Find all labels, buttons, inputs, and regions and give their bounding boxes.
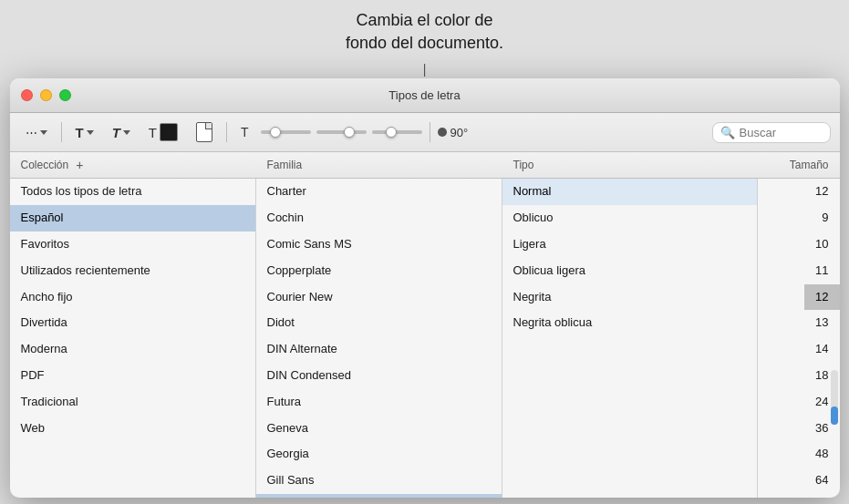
traffic-lights — [21, 89, 71, 101]
col-header-tamano: Tamaño — [758, 156, 840, 174]
tamano-item[interactable]: 9 — [811, 205, 839, 231]
slider-1[interactable] — [261, 130, 311, 134]
tamano-item[interactable]: 12 — [804, 179, 839, 205]
coleccion-item[interactable]: Favoritos — [10, 231, 255, 258]
column-headers: Colección + Familia Tipo Tamaño — [10, 152, 840, 179]
tamano-item[interactable]: 14 — [804, 336, 839, 363]
slider-group-3 — [372, 130, 422, 134]
font-family-button[interactable]: T — [69, 121, 100, 144]
coleccion-column: Todos los tipos de letraEspañolFavoritos… — [10, 179, 256, 498]
tamano-item[interactable]: 48 — [804, 441, 839, 468]
window-title: Tipos de letra — [388, 88, 460, 102]
coleccion-item[interactable]: Tradicional — [10, 389, 255, 416]
slider-group-2 — [316, 130, 367, 134]
font-style-button[interactable]: T — [106, 121, 137, 144]
familia-item[interactable]: Futura — [256, 389, 502, 416]
degree-display: 90° — [438, 126, 469, 139]
slider-thumb-3[interactable] — [386, 127, 397, 138]
scrollbar-thumb[interactable] — [831, 406, 838, 425]
separator-1 — [61, 122, 62, 142]
coleccion-item[interactable]: Divertida — [10, 310, 255, 336]
chevron-down-icon — [40, 130, 47, 135]
coleccion-item[interactable]: Web — [10, 416, 255, 442]
familia-item[interactable]: Georgia — [256, 441, 502, 468]
color-swatch — [160, 123, 178, 141]
more-button[interactable]: ⋯ — [19, 122, 54, 143]
minimize-button[interactable] — [40, 89, 52, 101]
coleccion-item[interactable]: Utilizados recientemente — [10, 258, 255, 284]
coleccion-item[interactable]: Ancho fijo — [10, 284, 255, 311]
maximize-button[interactable] — [59, 89, 71, 101]
close-button[interactable] — [21, 89, 33, 101]
familia-item[interactable]: Copperplate — [256, 258, 502, 284]
add-collection-button[interactable]: + — [76, 158, 83, 172]
familia-item[interactable]: DIN Alternate — [256, 336, 502, 363]
slider-3[interactable] — [372, 130, 422, 134]
tamano-item[interactable]: 10 — [804, 231, 839, 258]
tamano-item[interactable]: 13 — [804, 310, 839, 336]
col-header-coleccion: Colección + — [10, 156, 256, 174]
familia-item[interactable]: Geneva — [256, 416, 502, 442]
tooltip: Cambia el color de fondo del documento. — [346, 9, 503, 55]
tipo-item[interactable]: Negrita oblicua — [502, 310, 757, 336]
chevron-down-icon — [123, 130, 130, 135]
coleccion-item[interactable]: Moderna — [10, 336, 255, 363]
slider-thumb-2[interactable] — [344, 127, 355, 138]
tipo-column: NormalOblicuoLigeraOblicua ligeraNegrita… — [502, 179, 758, 498]
font-style-icon: T — [112, 125, 120, 140]
scrollbar[interactable] — [831, 370, 838, 425]
search-icon: 🔍 — [720, 126, 735, 139]
tipo-item[interactable]: Oblicua ligera — [502, 258, 757, 284]
col-header-familia: Familia — [256, 156, 502, 174]
search-input[interactable] — [740, 126, 823, 139]
tamano-item[interactable]: 12 — [804, 284, 839, 311]
familia-item[interactable]: Charter — [256, 179, 502, 205]
coleccion-item[interactable]: PDF — [10, 363, 255, 389]
tamano-item[interactable]: 11 — [804, 258, 839, 284]
familia-item[interactable]: Comic Sans MS — [256, 231, 502, 258]
tamano-column: 1291011121314182436486472 — [758, 179, 840, 498]
familia-item[interactable]: Didot — [256, 310, 502, 336]
search-box[interactable]: 🔍 — [712, 122, 831, 143]
familia-item[interactable]: Gill Sans — [256, 468, 502, 494]
familia-item[interactable]: DIN Condensed — [256, 363, 502, 389]
separator-3 — [430, 122, 430, 142]
tooltip-line1: Cambia el color de — [346, 9, 503, 32]
color-button[interactable]: T — [142, 119, 184, 145]
tamano-item[interactable]: 72 — [804, 494, 839, 498]
tipo-item[interactable]: Normal — [502, 179, 757, 205]
tooltip-line2: fondo del documento. — [346, 32, 503, 55]
coleccion-item[interactable]: Todos los tipos de letra — [10, 179, 255, 205]
familia-item[interactable]: Courier New — [256, 284, 502, 311]
page-color-button[interactable] — [190, 118, 219, 146]
slider-thumb-1[interactable] — [270, 127, 281, 138]
familia-item[interactable]: Helvetica — [256, 494, 502, 498]
tamano-item[interactable]: 64 — [804, 468, 839, 494]
col-header-tipo: Tipo — [502, 156, 758, 174]
titlebar: Tipos de letra — [10, 78, 840, 113]
text-button[interactable]: T — [234, 121, 255, 143]
slider-group-1 — [261, 130, 311, 134]
main-content: Todos los tipos de letraEspañolFavoritos… — [10, 179, 840, 498]
separator-2 — [226, 122, 227, 142]
coleccion-item[interactable]: Español — [10, 205, 255, 231]
ellipsis-icon: ⋯ — [26, 126, 37, 139]
toolbar: ⋯ T T T T — [10, 113, 840, 152]
familia-column: CharterCochinComic Sans MSCopperplateCou… — [256, 179, 502, 498]
chevron-down-icon — [87, 130, 94, 135]
page-icon — [196, 122, 212, 142]
tooltip-arrow — [423, 62, 427, 77]
slider-2[interactable] — [316, 130, 367, 134]
font-panel-window: Tipos de letra ⋯ T T T T — [10, 78, 840, 498]
tipo-item[interactable]: Oblicuo — [502, 205, 757, 231]
degree-dot-icon — [438, 128, 447, 137]
familia-item[interactable]: Cochin — [256, 205, 502, 231]
degree-value: 90° — [450, 126, 469, 139]
font-family-icon: T — [76, 125, 84, 140]
tipo-item[interactable]: Negrita — [502, 284, 757, 311]
text-icon: T — [241, 125, 249, 139]
font-t-icon: T — [149, 125, 157, 140]
tipo-item[interactable]: Ligera — [502, 231, 757, 258]
